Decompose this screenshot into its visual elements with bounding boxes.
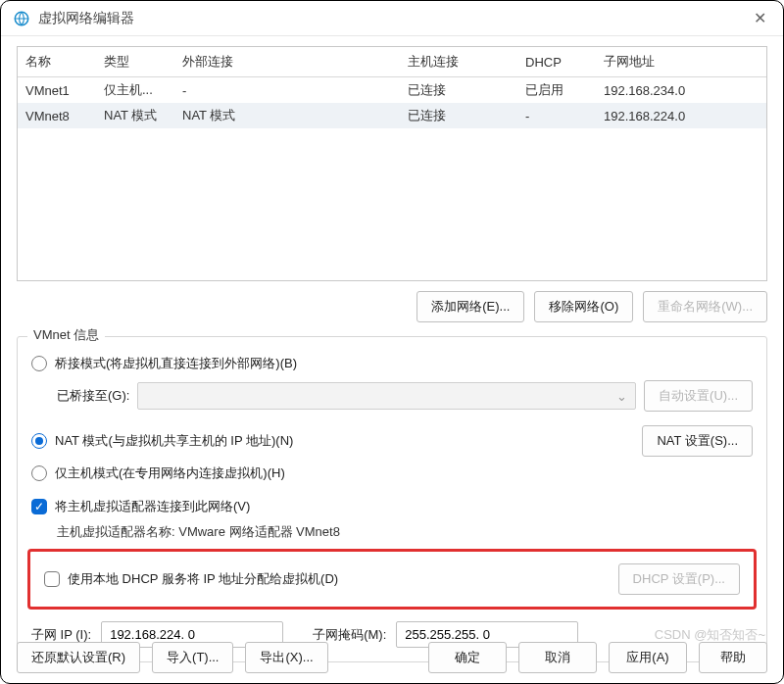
dhcp-highlight-box: 使用本地 DHCP 服务将 IP 地址分配给虚拟机(D) DHCP 设置(P).… bbox=[27, 549, 757, 610]
cell-dhcp: - bbox=[517, 103, 596, 128]
col-type[interactable]: 类型 bbox=[96, 47, 174, 77]
export-button[interactable]: 导出(X)... bbox=[245, 642, 327, 673]
dhcp-settings-button[interactable]: DHCP 设置(P)... bbox=[618, 563, 740, 595]
cell-host: 已连接 bbox=[400, 103, 517, 128]
hostonly-mode-row[interactable]: 仅主机模式(在专用网络内连接虚拟机)(H) bbox=[31, 464, 753, 482]
checkbox-use-dhcp[interactable] bbox=[44, 571, 60, 587]
use-dhcp-row[interactable]: 使用本地 DHCP 服务将 IP 地址分配给虚拟机(D) bbox=[44, 570, 338, 588]
restore-defaults-button[interactable]: 还原默认设置(R) bbox=[17, 642, 140, 673]
checkbox-connect-adapter[interactable] bbox=[31, 499, 47, 514]
help-button[interactable]: 帮助 bbox=[699, 642, 767, 673]
footer-buttons: 还原默认设置(R) 导入(T)... 导出(X)... 确定 取消 应用(A) … bbox=[1, 642, 783, 673]
table-header-row: 名称 类型 外部连接 主机连接 DHCP 子网地址 bbox=[18, 47, 766, 77]
table-row[interactable]: VMnet1 仅主机... - 已连接 已启用 192.168.234.0 bbox=[18, 77, 766, 104]
checkbox-use-dhcp-label: 使用本地 DHCP 服务将 IP 地址分配给虚拟机(D) bbox=[68, 570, 338, 588]
vmnet-info-group: VMnet 信息 桥接模式(将虚拟机直接连接到外部网络)(B) 已桥接至(G):… bbox=[17, 336, 767, 662]
cell-dhcp: 已启用 bbox=[517, 77, 596, 104]
cell-name: VMnet1 bbox=[18, 77, 96, 104]
close-icon[interactable]: ✕ bbox=[748, 7, 771, 30]
cell-name: VMnet8 bbox=[18, 103, 96, 128]
radio-nat-label: NAT 模式(与虚拟机共享主机的 IP 地址)(N) bbox=[55, 432, 293, 450]
col-name[interactable]: 名称 bbox=[18, 47, 96, 77]
nat-mode-option[interactable]: NAT 模式(与虚拟机共享主机的 IP 地址)(N) bbox=[31, 432, 293, 450]
subnet-mask-label: 子网掩码(M): bbox=[313, 626, 386, 644]
radio-nat[interactable] bbox=[31, 433, 47, 449]
radio-hostonly[interactable] bbox=[31, 465, 47, 481]
cell-host: 已连接 bbox=[400, 77, 517, 104]
cell-type: NAT 模式 bbox=[96, 103, 174, 128]
cell-subnet: 192.168.224.0 bbox=[596, 103, 766, 128]
connect-adapter-row[interactable]: 将主机虚拟适配器连接到此网络(V) bbox=[31, 498, 753, 515]
app-icon bbox=[13, 10, 30, 27]
radio-hostonly-label: 仅主机模式(在专用网络内连接虚拟机)(H) bbox=[55, 464, 285, 482]
nat-mode-row: NAT 模式(与虚拟机共享主机的 IP 地址)(N) NAT 设置(S)... bbox=[31, 425, 753, 457]
cancel-button[interactable]: 取消 bbox=[518, 642, 597, 673]
checkbox-connect-adapter-label: 将主机虚拟适配器连接到此网络(V) bbox=[55, 498, 250, 515]
col-subnet[interactable]: 子网地址 bbox=[596, 47, 766, 77]
radio-bridged[interactable] bbox=[31, 356, 47, 371]
apply-button[interactable]: 应用(A) bbox=[609, 642, 687, 673]
auto-settings-button[interactable]: 自动设置(U)... bbox=[644, 380, 753, 412]
remove-network-button[interactable]: 移除网络(O) bbox=[534, 291, 633, 322]
ok-button[interactable]: 确定 bbox=[428, 642, 507, 673]
cell-ext: - bbox=[174, 77, 400, 104]
window-title: 虚拟网络编辑器 bbox=[38, 10, 134, 27]
nat-settings-button[interactable]: NAT 设置(S)... bbox=[642, 425, 753, 457]
bridged-mode-row[interactable]: 桥接模式(将虚拟机直接连接到外部网络)(B) bbox=[31, 355, 753, 372]
subnet-ip-label: 子网 IP (I): bbox=[31, 626, 91, 644]
bridged-to-label: 已桥接至(G): bbox=[57, 387, 129, 405]
col-dhcp[interactable]: DHCP bbox=[517, 47, 596, 77]
network-buttons: 添加网络(E)... 移除网络(O) 重命名网络(W)... bbox=[17, 291, 767, 322]
cell-subnet: 192.168.234.0 bbox=[596, 77, 766, 104]
chevron-down-icon: ⌄ bbox=[616, 389, 627, 404]
adapter-name-line: 主机虚拟适配器名称: VMware 网络适配器 VMnet8 bbox=[57, 523, 753, 541]
vmnet-info-legend: VMnet 信息 bbox=[27, 326, 105, 344]
import-button[interactable]: 导入(T)... bbox=[152, 642, 233, 673]
network-table: 名称 类型 外部连接 主机连接 DHCP 子网地址 VMnet1 仅主机... … bbox=[18, 47, 766, 128]
add-network-button[interactable]: 添加网络(E)... bbox=[416, 291, 524, 322]
content: 名称 类型 外部连接 主机连接 DHCP 子网地址 VMnet1 仅主机... … bbox=[1, 36, 783, 662]
cell-type: 仅主机... bbox=[96, 77, 174, 104]
col-host[interactable]: 主机连接 bbox=[400, 47, 517, 77]
radio-bridged-label: 桥接模式(将虚拟机直接连接到外部网络)(B) bbox=[55, 355, 297, 372]
rename-network-button[interactable]: 重命名网络(W)... bbox=[643, 291, 767, 322]
cell-ext: NAT 模式 bbox=[174, 103, 400, 128]
table-row[interactable]: VMnet8 NAT 模式 NAT 模式 已连接 - 192.168.224.0 bbox=[18, 103, 766, 128]
network-table-container: 名称 类型 外部连接 主机连接 DHCP 子网地址 VMnet1 仅主机... … bbox=[17, 46, 767, 281]
bridged-to-select[interactable]: ⌄ bbox=[137, 382, 636, 410]
col-ext[interactable]: 外部连接 bbox=[174, 47, 400, 77]
bridged-to-row: 已桥接至(G): ⌄ 自动设置(U)... bbox=[57, 380, 753, 412]
titlebar: 虚拟网络编辑器 ✕ bbox=[1, 1, 783, 36]
